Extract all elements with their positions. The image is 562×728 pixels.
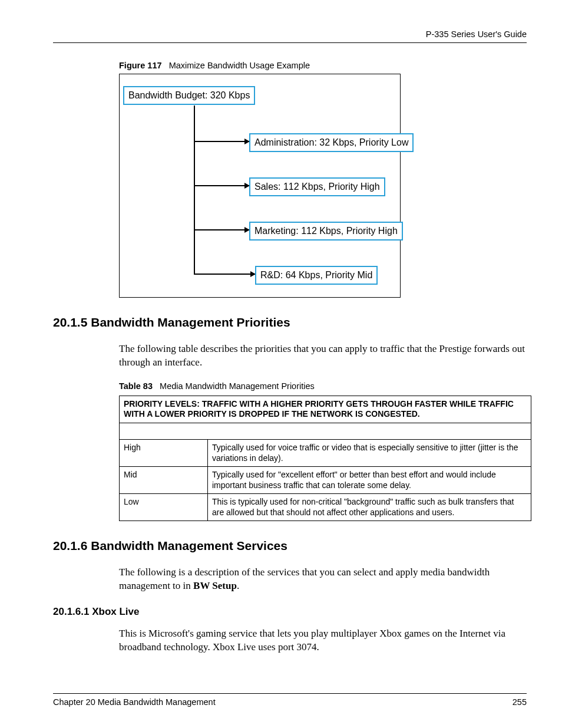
diagram-child-node: R&D: 64 Kbps, Priority Mid [255,266,378,285]
table-title: Media Mandwidth Management Priorities [160,381,315,391]
table-row: High Typically used for voice traffic or… [120,440,531,467]
diagram-child-node: Marketing: 112 Kbps, Priority High [249,222,403,241]
figure-caption: Figure 117 Maximize Bandwidth Usage Exam… [119,61,527,70]
diagram-child-node: Administration: 32 Kbps, Priority Low [249,133,414,152]
table-caption: Table 83 Media Mandwidth Management Prio… [119,381,527,391]
section-heading-2015: 20.1.5 Bandwidth Management Priorities [53,315,527,330]
table-row: Low This is typically used for non-criti… [120,494,531,521]
table-header: PRIORITY LEVELS: TRAFFIC WITH A HIGHER P… [120,396,531,423]
section-2015-intro: The following table describes the priori… [119,342,527,370]
bandwidth-diagram: Bandwidth Budget: 320 Kbps Administratio… [119,74,401,298]
header-guide-title: P-335 Series User's Guide [53,29,527,39]
section-2016-intro: The following is a description of the se… [119,566,527,593]
figure-label: Figure 117 [119,61,162,70]
priority-level: Low [120,494,208,521]
footer-rule [53,693,527,694]
footer-page-number: 255 [513,697,527,707]
priority-level: Mid [120,467,208,494]
intro-bold: BW Setup [193,580,237,591]
figure-title: Maximize Bandwidth Usage Example [169,61,310,70]
table-empty-row [120,423,531,440]
subsection-20161-body: This is Microsoft's gaming service that … [119,627,527,654]
section-heading-2016: 20.1.6 Bandwidth Management Services [53,539,527,553]
priority-desc: Typically used for "excellent effort" or… [208,467,531,494]
diagram-connector [194,185,249,186]
priority-level: High [120,440,208,467]
priority-desc: This is typically used for non-critical … [208,494,531,521]
diagram-stem [194,106,195,275]
header-rule [53,42,527,43]
diagram-connector [194,274,255,275]
priorities-table: PRIORITY LEVELS: TRAFFIC WITH A HIGHER P… [119,396,531,522]
priority-desc: Typically used for voice traffic or vide… [208,440,531,467]
diagram-connector [194,141,249,142]
intro-post: . [237,580,239,591]
intro-pre: The following is a description of the se… [119,566,490,591]
table-row: Mid Typically used for "excellent effort… [120,467,531,494]
table-label: Table 83 [119,381,153,391]
diagram-root-node: Bandwidth Budget: 320 Kbps [123,86,255,105]
diagram-child-node: Sales: 112 Kbps, Priority High [249,177,385,196]
footer-chapter: Chapter 20 Media Bandwidth Management [53,697,216,707]
subsection-heading-20161: 20.1.6.1 Xbox Live [53,606,527,618]
diagram-connector [194,229,249,230]
page-footer: Chapter 20 Media Bandwidth Management 25… [53,693,527,707]
